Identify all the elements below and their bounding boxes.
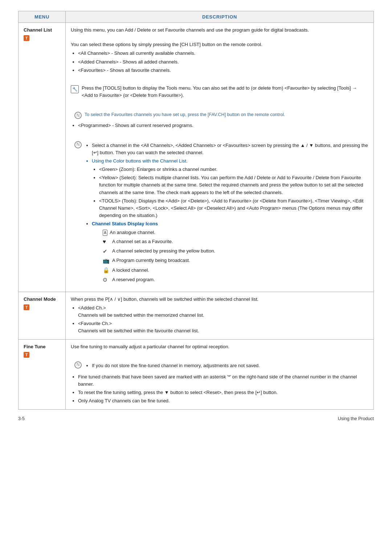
select-note-box: N Select a channel in the <All Channels>… [74,141,368,285]
t-badge-channel-list: T [24,35,29,41]
table-row-fine-tune: Fine Tune T Use fine tuning to manually … [19,340,374,410]
page-number: 3-5 [18,416,25,421]
status-text-checkmark: A channel selected by pressing the yello… [112,247,215,255]
fine-tune-intro: Use fine tuning to manually adjust a par… [71,343,368,350]
page-wrapper: MENU DESCRIPTION Channel List T Using th… [18,11,374,421]
menu-cell-channel-list: Channel List T [19,23,66,292]
list-item-tools: <TOOLS> (Tools): Displays the <Add> (or … [99,197,368,219]
status-text-broadcast: A Program currently being broadcast. [112,257,190,264]
checkmark-icon: ✔ [103,247,110,255]
select-note-list: Select a channel in the <All Channels>, … [92,142,368,156]
channel-status-header: Channel Status Display Icons [92,221,158,226]
select-note-icon: N [74,141,82,148]
programmed-bullet-list: <Programmed> - Shows all current reserve… [78,122,368,129]
status-icon-analog: A An analogue channel. [103,229,368,236]
menu-cell-channel-mode: Channel Mode T [19,292,66,340]
select-note-content: Select a channel in the <All Channels>, … [85,141,368,285]
heart-icon: ♥ [103,237,110,246]
list-item-fine-tune-reset: To reset the fine tuning setting, press … [78,389,368,396]
list-item-favourite-ch: <Favourite Ch.> Channels will be switche… [78,320,368,335]
list-item-fine-tune-asterisk: Fine tuned channels that have been saved… [78,373,368,388]
channel-list-bullets: <All Channels> - Shows all currently ava… [78,50,368,74]
menu-label-channel-list: Channel List [24,27,52,33]
list-item: <All Channels> - Shows all currently ava… [78,50,368,57]
desc-cell-channel-list: Using this menu, you can Add / Delete or… [66,23,374,292]
reserved-icon: ⊙ [103,275,110,284]
list-item-green: <Green> (Zoom): Enlarges or shrinks a ch… [99,166,368,173]
channel-mode-bullets: <Added Ch.> Channels will be switched wi… [78,304,368,335]
tools-note-row: 🔧 Press the [TOOLS] button to display th… [71,85,368,99]
status-icon-list: A An analogue channel. ♥ A channel set a… [103,229,368,284]
channel-mode-intro: When press the P[∧ / ∨] button, channels… [71,296,368,303]
color-sub-list: <Green> (Zoom): Enlarges or shrinks a ch… [99,166,368,219]
status-icon-broadcast: 📺 A Program currently being broadcast. [103,257,368,265]
fav-note-icon: N [74,112,82,119]
status-icon-lock: 🔒 A locked channel. [103,266,368,274]
fine-tune-note-icon: N [74,361,82,369]
tools-icon: 🔧 [71,85,79,93]
desc-header: DESCRIPTION [66,11,374,23]
analog-icon: A [103,230,107,236]
table-row-channel-mode: Channel Mode T When press the P[∧ / ∨] b… [19,292,374,340]
channel-status-section: Channel Status Display Icons A An analog… [92,220,368,284]
menu-label-fine-tune: Fine Tune [24,344,45,349]
list-item: <Added Channels> - Shows all added chann… [78,58,368,66]
fine-tune-note-list: If you do not store the fine-tuned chann… [92,362,260,370]
menu-label-channel-mode: Channel Mode [24,296,56,302]
desc-cell-fine-tune: Use fine tuning to manually adjust a par… [66,340,374,410]
list-item-select: Select a channel in the <All Channels>, … [92,142,368,156]
list-item-added-ch: <Added Ch.> Channels will be switched wi… [78,304,368,319]
channel-list-intro1: Using this menu, you can Add / Delete or… [71,26,368,34]
tools-note-text: Press the [TOOLS] button to display the … [82,85,368,99]
status-text-reserved: A reserved program. [112,276,155,283]
list-item-fine-tune-note: If you do not store the fine-tuned chann… [92,362,260,369]
status-text-favourite: A channel set as a Favourite. [112,238,173,245]
list-item-fine-tune-analog: Only Analog TV channels can be fine tune… [78,397,368,405]
status-icon-favourite: ♥ A channel set as a Favourite. [103,237,368,246]
color-buttons-list: Using the Color buttons with the Channel… [92,157,368,219]
t-badge-channel-mode: T [24,304,29,310]
list-item-programmed: <Programmed> - Shows all current reserve… [78,122,368,129]
list-item-yellow: <Yellow> (Select): Selects multiple chan… [99,174,368,196]
menu-header: MENU [19,11,66,23]
list-item-color-header: Using the Color buttons with the Channel… [92,157,368,165]
lock-icon: 🔒 [103,266,110,274]
menu-cell-fine-tune: Fine Tune T [19,340,66,410]
fine-tune-bullets: Fine tuned channels that have been saved… [78,373,368,405]
status-text-analog: An analogue channel. [110,229,155,236]
broadcast-icon: 📺 [103,257,110,265]
page-footer: 3-5 Using the Product [18,416,374,421]
fav-note-text: To select the Favourites channels you ha… [85,111,285,118]
table-row-channel-list: Channel List T Using this menu, you can … [19,23,374,292]
status-text-lock: A locked channel. [112,267,149,274]
section-label: Using the Product [338,416,374,421]
status-icon-reserved: ⊙ A reserved program. [103,275,368,284]
desc-cell-channel-mode: When press the P[∧ / ∨] button, channels… [66,292,374,340]
channel-list-intro2: You can select these options by simply p… [71,41,368,48]
main-table: MENU DESCRIPTION Channel List T Using th… [18,11,374,410]
fine-tune-note-box: N If you do not store the fine-tuned cha… [74,361,368,370]
list-item: <Favourites> - Shows all favourite chann… [78,67,368,74]
channel-status-header-item: Channel Status Display Icons A An analog… [92,220,368,284]
t-badge-fine-tune: T [24,352,29,358]
status-icon-checkmark: ✔ A channel selected by pressing the yel… [103,247,368,255]
fav-note-box: N To select the Favourites channels you … [74,111,368,119]
